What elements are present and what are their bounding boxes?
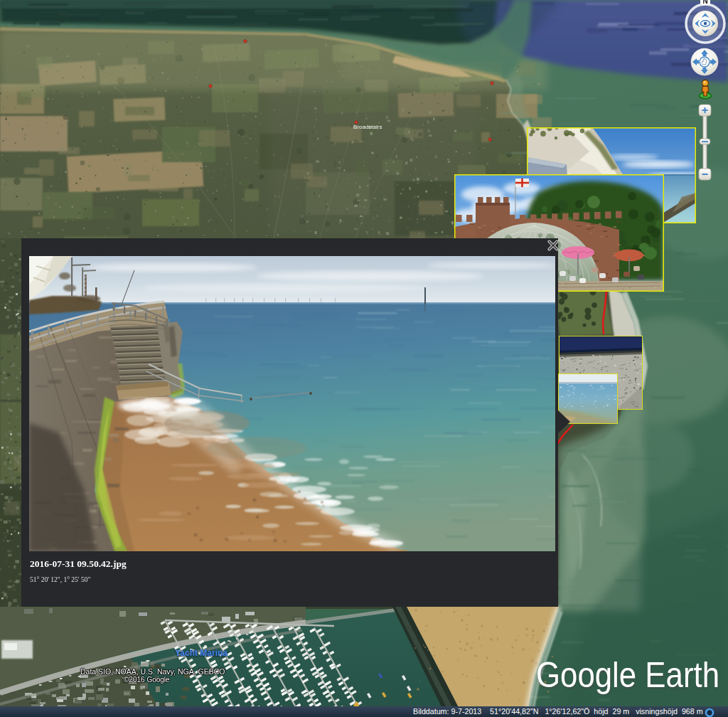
svg-text:Broadstairs: Broadstairs	[353, 124, 382, 130]
svg-text:N: N	[702, 0, 707, 5]
svg-text:Google Earth: Google Earth	[536, 655, 719, 695]
